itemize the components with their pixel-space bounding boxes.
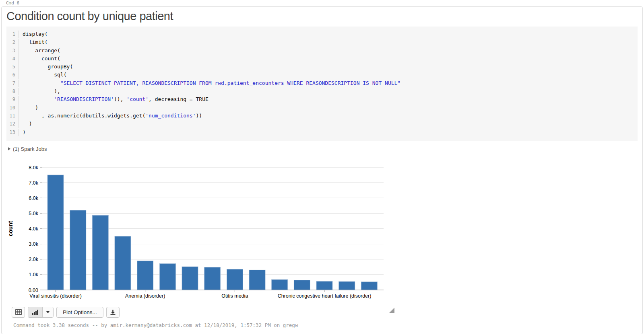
bar-chart: 0.001.0k2.0k3.0k4.0k5.0k6.0k7.0k8.0kVira… <box>2 162 400 301</box>
cell-title: Condition count by unique patient <box>6 10 638 23</box>
svg-text:Chronic congestive heart failu: Chronic congestive heart failure (disord… <box>278 293 372 299</box>
cmd-label: Cmd 6 <box>0 0 644 6</box>
spark-jobs-label: (1) Spark Jobs <box>13 146 47 152</box>
code-line: 3 arrange( <box>6 47 638 55</box>
collapse-arrow-icon <box>8 147 10 150</box>
code-line: 12 ) <box>6 120 638 128</box>
code-line: 10 ) <box>6 104 638 112</box>
show-chart-button[interactable] <box>28 307 43 317</box>
svg-text:8.0k: 8.0k <box>29 164 38 170</box>
code-editor[interactable]: 1display(2 limit(3 arrange(4 count(5 gro… <box>6 27 638 141</box>
table-icon <box>15 309 22 315</box>
svg-text:2.0k: 2.0k <box>29 257 38 262</box>
code-line: 5 groupBy( <box>6 63 638 71</box>
command-status: Command took 3.38 seconds -- by amir.ker… <box>13 322 642 328</box>
svg-text:Anemia (disorder): Anemia (disorder) <box>125 293 165 299</box>
download-result-button[interactable] <box>106 307 120 318</box>
chart-type-button-group <box>28 307 54 318</box>
spark-jobs-toggle[interactable]: (1) Spark Jobs <box>8 146 642 152</box>
plot-options-button[interactable]: Plot Options... <box>56 307 103 318</box>
notebook-cell: Condition count by unique patient 1displ… <box>1 6 643 334</box>
code-line: 13) <box>6 128 638 136</box>
code-line: 8 ), <box>6 87 638 95</box>
svg-text:5.0k: 5.0k <box>29 211 38 216</box>
caret-down-icon <box>46 311 50 313</box>
result-toolbar: Plot Options... <box>12 307 642 318</box>
svg-text:4.0k: 4.0k <box>29 226 38 232</box>
svg-text:1.0k: 1.0k <box>29 272 38 277</box>
svg-text:0.00: 0.00 <box>29 287 38 293</box>
svg-text:7.0k: 7.0k <box>29 180 38 185</box>
svg-text:Viral sinusitis (disorder): Viral sinusitis (disorder) <box>29 293 82 299</box>
code-line: 6 sql( <box>6 71 638 79</box>
code-line: 7 "SELECT DISTINCT PATIENT, REASONDESCRI… <box>6 79 638 87</box>
svg-text:Otitis media: Otitis media <box>221 293 248 299</box>
code-line: 2 limit( <box>6 38 638 46</box>
chart-container: 0.001.0k2.0k3.0k4.0k5.0k6.0k7.0k8.0kVira… <box>2 162 400 301</box>
svg-text:count: count <box>7 221 14 236</box>
code-line: 4 count( <box>6 55 638 63</box>
resize-handle[interactable] <box>389 308 394 313</box>
code-line: 11 , as.numeric(dbutils.widgets.get('num… <box>6 112 638 120</box>
bar-chart-icon <box>32 309 38 315</box>
chart-type-dropdown-button[interactable] <box>43 307 53 317</box>
notebook-page: Cmd 6 Condition count by unique patient … <box>0 0 644 335</box>
download-icon <box>110 309 116 315</box>
svg-text:3.0k: 3.0k <box>29 241 38 247</box>
svg-text:6.0k: 6.0k <box>29 195 38 201</box>
code-line: 9 'REASONDESCRIPTION')), 'count', decrea… <box>6 95 638 103</box>
show-table-button[interactable] <box>12 307 25 318</box>
code-line: 1display( <box>6 30 638 38</box>
